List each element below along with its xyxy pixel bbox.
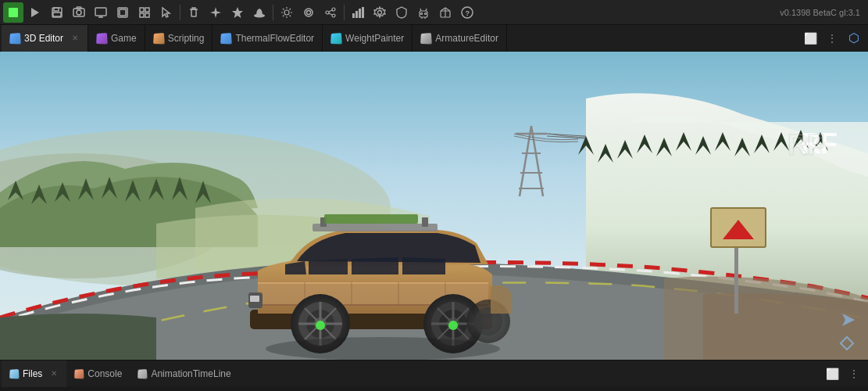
svg-line-28 [290, 15, 291, 16]
svg-rect-0 [9, 8, 18, 17]
svg-rect-40 [359, 9, 361, 18]
svg-marker-17 [163, 8, 170, 17]
stop-icon[interactable] [3, 2, 23, 23]
tab-scripting[interactable]: Scripting [145, 25, 213, 52]
svg-marker-1 [31, 8, 39, 17]
svg-line-37 [329, 13, 332, 15]
tab-armature-label: ArmatureEditor [435, 33, 498, 44]
tab-maximize-btn[interactable]: ⬜ [801, 29, 820, 48]
svg-rect-4 [53, 13, 61, 16]
scripting-tab-icon [153, 32, 165, 44]
bottom-tab-files[interactable]: Files ✕ [2, 361, 66, 387]
node-icon[interactable] [320, 2, 341, 23]
screen-icon[interactable] [113, 2, 133, 23]
tab-game[interactable]: Game [88, 25, 145, 52]
bottom-tab-files-label: Files [23, 368, 42, 379]
svg-point-31 [305, 9, 313, 16]
3d-editor-tab-icon [9, 32, 21, 44]
tab-bar: 3D Editor ✕ Game Scripting ThermalFlowEd… [0, 25, 868, 52]
svg-rect-63 [734, 243, 738, 314]
settings-icon[interactable] [370, 2, 390, 23]
svg-rect-3 [54, 8, 59, 11]
top-toolbar: ? v0.1398 BetaC gl:3.1 [0, 0, 868, 25]
svg-point-101 [266, 337, 500, 360]
toolbar-sep-2 [273, 5, 273, 20]
svg-line-27 [283, 9, 284, 10]
shield2-icon[interactable] [391, 2, 412, 23]
svg-point-99 [316, 321, 325, 330]
bottom-more-btn[interactable]: ⋮ [845, 364, 863, 383]
camera-view-icon[interactable] [69, 2, 89, 23]
tab-3d-editor-label: 3D Editor [24, 33, 63, 44]
svg-rect-18 [191, 9, 196, 16]
tab-armature-editor[interactable]: ArmatureEditor [413, 25, 507, 52]
svg-rect-14 [145, 8, 149, 12]
toolbar-sep-3 [344, 5, 345, 20]
tab-thermal-flow[interactable]: ThermalFlowEditor [213, 25, 323, 52]
svg-rect-12 [120, 9, 126, 16]
tab-bar-end: ⬜ ⋮ ⬡ [801, 29, 866, 48]
save-icon[interactable] [47, 2, 67, 23]
tab-3d-editor[interactable]: 3D Editor ✕ [2, 25, 88, 52]
svg-point-100 [448, 321, 458, 330]
svg-rect-73 [258, 282, 488, 284]
bottom-tab-console[interactable]: Console [66, 361, 130, 387]
android-icon[interactable] [413, 2, 434, 23]
armature-tab-icon [420, 32, 432, 44]
svg-line-30 [283, 15, 284, 16]
bottom-tab-files-close[interactable]: ✕ [49, 368, 59, 378]
svg-rect-15 [140, 13, 144, 17]
tab-more-btn[interactable]: ⋮ [823, 29, 841, 48]
svg-line-29 [290, 9, 291, 10]
play-icon[interactable] [25, 2, 45, 23]
svg-rect-16 [145, 13, 149, 17]
svg-rect-71 [324, 214, 418, 224]
bottom-tab-console-label: Console [88, 368, 122, 379]
bottom-bar: Files ✕ Console AnimationTimeLine ⬜ ⋮ [0, 360, 868, 386]
lens-icon[interactable] [298, 2, 319, 23]
star-icon[interactable] [227, 2, 248, 23]
bottom-maximize-btn[interactable]: ⬜ [823, 364, 841, 383]
files-tab-icon [9, 368, 20, 378]
svg-text:RF: RF [788, 129, 823, 161]
svg-rect-41 [362, 7, 364, 18]
svg-rect-68 [313, 224, 438, 231]
tab-weight-painter[interactable]: WeightPainter [323, 25, 413, 52]
weight-tab-icon [330, 32, 342, 44]
svg-rect-38 [352, 13, 355, 18]
tab-scripting-label: Scripting [168, 33, 205, 44]
package-icon[interactable] [435, 2, 455, 23]
svg-marker-19 [210, 7, 221, 18]
delete-icon[interactable] [184, 2, 204, 23]
svg-point-32 [307, 10, 311, 14]
svg-point-35 [332, 14, 335, 17]
svg-text:?: ? [466, 9, 470, 17]
svg-point-42 [378, 10, 382, 14]
thermal-tab-icon [221, 32, 233, 44]
bar-chart-icon[interactable] [348, 2, 368, 23]
game-tab-icon [96, 32, 108, 44]
tab-expand-btn[interactable]: ⬡ [845, 29, 863, 48]
hat-icon[interactable] [249, 2, 270, 23]
console-tab-icon [74, 368, 84, 378]
svg-marker-20 [232, 7, 243, 18]
bottom-tab-animation-label: AnimationTimeLine [151, 368, 230, 379]
svg-line-36 [329, 10, 332, 12]
transform-icon[interactable] [134, 2, 155, 23]
version-label: v0.1398 BetaC gl:3.1 [780, 8, 865, 17]
monitor-icon[interactable] [91, 2, 111, 23]
sparkle-icon[interactable] [205, 2, 226, 23]
svg-point-44 [421, 13, 423, 14]
svg-point-6 [77, 10, 81, 15]
viewport[interactable]: RF RF [0, 52, 868, 360]
bottom-bar-end: ⬜ ⋮ [823, 364, 866, 383]
tab-3d-editor-close[interactable]: ✕ [70, 33, 80, 43]
bottom-tab-animation[interactable]: AnimationTimeLine [130, 361, 238, 387]
svg-point-22 [284, 10, 289, 15]
select-icon[interactable] [156, 2, 177, 23]
tab-weight-label: WeightPainter [345, 33, 404, 44]
svg-rect-98 [250, 296, 259, 302]
help-icon[interactable]: ? [457, 2, 477, 23]
svg-rect-70 [422, 217, 428, 227]
sun2-icon[interactable] [277, 2, 297, 23]
